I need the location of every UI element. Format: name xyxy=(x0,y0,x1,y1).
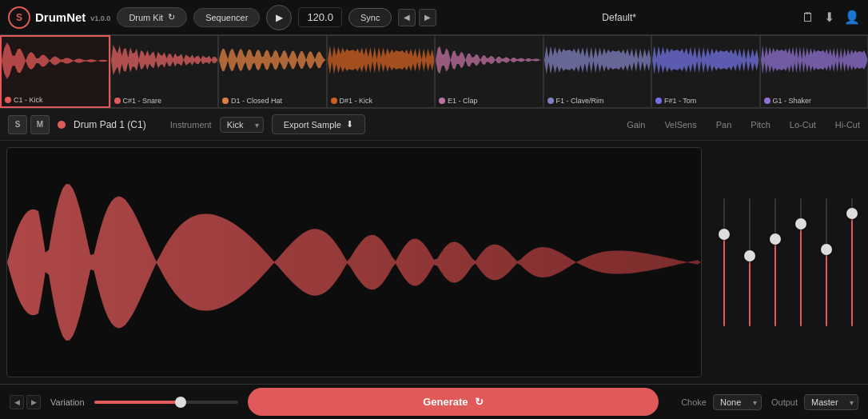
pad-dot xyxy=(114,98,121,104)
generate-label: Generate xyxy=(423,396,468,408)
sequencer-button[interactable]: Sequencer xyxy=(193,8,260,27)
drum-kit-button[interactable]: Drum Kit ↻ xyxy=(117,7,187,27)
choke-select[interactable]: None xyxy=(713,394,762,410)
output-label: Output xyxy=(771,397,798,407)
output-select[interactable]: Master xyxy=(804,394,858,410)
slider-velsens-wrap[interactable] xyxy=(742,147,758,377)
svg-marker-7 xyxy=(761,46,868,74)
pad-label-text: D1 - Closed Hat xyxy=(231,97,282,105)
slider-pan-track[interactable] xyxy=(774,198,776,326)
main-content xyxy=(0,141,868,384)
variation-slider-thumb[interactable] xyxy=(175,397,186,408)
svg-marker-8 xyxy=(7,184,701,341)
notes-icon[interactable]: 🗒 xyxy=(802,10,814,25)
slider-pitch-fill xyxy=(800,224,802,326)
download-icon[interactable]: ⬇ xyxy=(824,10,834,25)
pad-waveform-svg xyxy=(219,36,326,84)
nav-arrows: ◀ ▶ xyxy=(398,9,436,26)
drum-pad-Fs1[interactable]: F#1 - Tom xyxy=(651,35,760,108)
variation-right-arrow[interactable]: ▶ xyxy=(26,395,41,409)
slider-hicut-thumb[interactable] xyxy=(846,208,858,219)
slider-hicut-track[interactable] xyxy=(851,198,853,326)
pad-label-text: E1 - Clap xyxy=(448,97,478,105)
drum-pad-title: Drum Pad 1 (C1) xyxy=(74,119,146,130)
app-name: DrumNet xyxy=(35,10,86,24)
svg-marker-6 xyxy=(652,46,759,74)
slider-pan[interactable] xyxy=(767,147,783,377)
slider-velsens-track[interactable] xyxy=(749,198,751,326)
drum-pad-G1[interactable]: G1 - Shaker xyxy=(760,35,869,108)
slider-locut[interactable] xyxy=(818,147,834,377)
pad-waveform-svg xyxy=(436,36,543,84)
pad-label-text: G1 - Shaker xyxy=(773,97,812,105)
slider-hicut-fill xyxy=(851,213,853,326)
drum-pad-Cs1[interactable]: C#1 - Snare xyxy=(110,35,219,108)
svg-marker-4 xyxy=(436,46,543,74)
drum-pad-Ds1[interactable]: D#1 - Kick xyxy=(327,35,436,108)
drum-pad-F1[interactable]: F1 - Clave/Rim xyxy=(543,35,652,108)
preset-name[interactable]: Default* xyxy=(443,12,795,23)
param-hicut: Hi-Cut xyxy=(835,120,860,130)
pad-dot xyxy=(764,98,770,104)
pad-waveform-svg xyxy=(111,36,218,84)
slider-pitch[interactable] xyxy=(793,147,809,377)
slider-locut-thumb[interactable] xyxy=(821,244,832,255)
pad-waveform-svg xyxy=(2,37,109,85)
slider-gain-track[interactable] xyxy=(723,198,725,326)
bpm-display[interactable]: 120.0 xyxy=(298,7,342,27)
slider-pitch-wrap[interactable] xyxy=(793,147,809,377)
param-pan: Pan xyxy=(716,120,732,130)
pad-dot xyxy=(222,98,229,104)
param-labels: Gain VelSens Pan Pitch Lo-Cut Hi-Cut xyxy=(627,120,860,130)
param-gain: Gain xyxy=(627,120,645,130)
pad-label: G1 - Shaker xyxy=(764,97,812,105)
variation-slider[interactable] xyxy=(94,401,238,404)
variation-arrows: ◀ ▶ xyxy=(10,395,41,409)
drum-kit-label: Drum Kit xyxy=(129,13,163,22)
instrument-select-wrap: Kick xyxy=(220,117,264,133)
play-button[interactable]: ▶ xyxy=(266,5,292,30)
slider-locut-fill xyxy=(826,249,827,326)
variation-slider-track[interactable] xyxy=(94,401,238,404)
s-button[interactable]: S xyxy=(8,115,27,134)
slider-gain-thumb[interactable] xyxy=(719,229,730,240)
pad-label-text: C1 - Kick xyxy=(14,96,43,104)
slider-locut-wrap[interactable] xyxy=(818,147,834,377)
slider-gain[interactable] xyxy=(716,147,732,377)
slider-velsens[interactable] xyxy=(742,147,758,377)
pad-label: E1 - Clap xyxy=(439,97,478,105)
pad-label: D#1 - Kick xyxy=(331,97,373,105)
drum-pad-C1[interactable]: C1 - Kick xyxy=(0,35,110,108)
slider-locut-track[interactable] xyxy=(826,198,827,326)
slider-pitch-track[interactable] xyxy=(800,198,802,326)
pad-dot xyxy=(439,98,445,104)
pad-waveform-svg xyxy=(328,36,435,84)
slider-pan-wrap[interactable] xyxy=(767,147,783,377)
sync-button[interactable]: Sync xyxy=(348,8,392,27)
slider-hicut[interactable] xyxy=(844,147,860,377)
generate-button[interactable]: Generate ↻ xyxy=(248,388,659,416)
slider-gain-wrap[interactable] xyxy=(716,147,732,377)
export-label: Export Sample xyxy=(284,120,341,130)
waveform-display xyxy=(6,147,702,377)
slider-velsens-fill xyxy=(749,256,751,326)
nav-right-arrow[interactable]: ▶ xyxy=(419,9,436,26)
nav-left-arrow[interactable]: ◀ xyxy=(398,9,416,26)
export-sample-button[interactable]: Export Sample ⬇ xyxy=(272,114,365,134)
instrument-select[interactable]: Kick xyxy=(220,117,264,133)
pad-label-text: C#1 - Snare xyxy=(123,97,162,105)
slider-velsens-thumb[interactable] xyxy=(744,250,755,261)
slider-pitch-thumb[interactable] xyxy=(795,218,806,229)
m-button[interactable]: M xyxy=(30,115,50,134)
drum-pad-D1[interactable]: D1 - Closed Hat xyxy=(218,35,327,108)
pad-label: F1 - Clave/Rim xyxy=(547,97,604,105)
variation-left-arrow[interactable]: ◀ xyxy=(10,395,24,409)
pad-label-text: F#1 - Tom xyxy=(664,97,696,105)
slider-hicut-wrap[interactable] xyxy=(844,147,860,377)
slider-pan-thumb[interactable] xyxy=(770,233,781,245)
pad-waveform-svg xyxy=(652,36,759,84)
sequencer-label: Sequencer xyxy=(205,13,248,22)
user-icon[interactable]: 👤 xyxy=(844,10,860,25)
pad-label-text: F1 - Clave/Rim xyxy=(556,97,604,105)
drum-pad-E1[interactable]: E1 - Clap xyxy=(435,35,543,108)
